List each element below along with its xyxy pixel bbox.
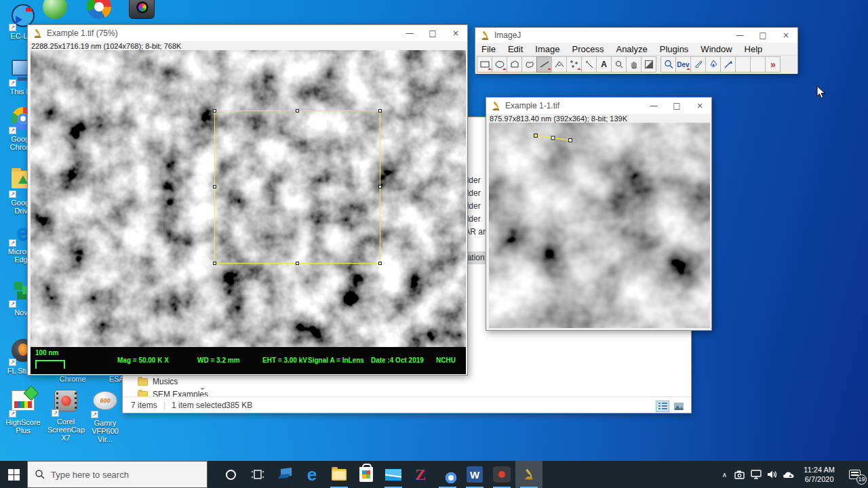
dev-tool[interactable]: Dev	[675, 56, 691, 73]
shortcut-arrow-icon: ↗	[52, 409, 59, 417]
menu-process[interactable]: Process	[566, 44, 610, 54]
taskbar-imagej-active[interactable]	[515, 461, 542, 488]
minimize-button[interactable]: —	[642, 98, 665, 114]
taskbar-clock[interactable]: 11:24 AM 6/7/2020	[797, 465, 841, 484]
folder-icon	[138, 378, 148, 386]
title-bar[interactable]: Example 1-1.tif — □ ×	[486, 98, 711, 114]
menu-help[interactable]: Help	[738, 44, 769, 54]
edge-icon: e	[307, 466, 317, 483]
line-handle[interactable]	[569, 139, 572, 142]
selection-handle[interactable]	[378, 262, 382, 265]
line-handle[interactable]	[551, 136, 555, 140]
angle-tool[interactable]	[551, 56, 567, 73]
selection-handle[interactable]	[378, 109, 382, 113]
hand-tool[interactable]	[626, 56, 642, 73]
color-picker-tool[interactable]	[641, 56, 656, 73]
maximize-button[interactable]: □	[751, 28, 774, 43]
sem-image-canvas[interactable]: 100 nm Mag = 50.00 K X WD = 3.2 mm EHT =…	[31, 50, 466, 374]
taskbar-search[interactable]: Type here to search	[27, 461, 208, 488]
desktop-icon-corel-draw[interactable]	[81, 0, 118, 20]
desktop-icon-green-app[interactable]	[37, 0, 74, 20]
desktop-icon-video-app[interactable]	[123, 0, 160, 20]
cortana-icon	[226, 470, 236, 480]
taskbar-pc-app[interactable]	[271, 461, 298, 488]
close-button[interactable]: ×	[444, 25, 467, 41]
action-center-button[interactable]: 19	[841, 461, 868, 488]
selection-handle[interactable]	[213, 109, 216, 113]
thumbnail-view-button[interactable]	[672, 401, 686, 412]
imagej-microscope-icon	[480, 30, 490, 41]
title-bar[interactable]: ImageJ — □ ×	[475, 28, 797, 43]
wand-tool[interactable]	[581, 56, 597, 73]
screencap-icon	[54, 390, 77, 411]
selection-handle[interactable]	[296, 262, 299, 265]
magnifier-macro-tool[interactable]	[660, 56, 676, 73]
line-handle[interactable]	[534, 134, 538, 138]
empty-tool-slot[interactable]	[735, 56, 751, 73]
selection-rectangle[interactable]	[214, 110, 380, 264]
title-bar[interactable]: Example 1.tif (75%) — □ ×	[28, 25, 467, 41]
close-button[interactable]: ×	[774, 28, 797, 43]
desktop-icon-highscore[interactable]: ↗ HighScore Plus	[5, 388, 41, 434]
empty-tool-slot[interactable]	[750, 56, 766, 73]
selection-handle[interactable]	[296, 109, 299, 113]
tray-camera-icon[interactable]	[732, 461, 749, 488]
minimize-button[interactable]: —	[398, 25, 421, 41]
desktop-icon-gamry[interactable]: ↗ Gamry VFP600 Vir...	[87, 388, 123, 443]
menu-window[interactable]: Window	[694, 44, 738, 54]
menu-analyze[interactable]: Analyze	[610, 44, 653, 54]
shortcut-arrow-icon: ↗	[91, 411, 98, 418]
rectangle-tool[interactable]	[477, 56, 492, 73]
arrow-tool[interactable]	[720, 56, 736, 73]
line-tool-selected[interactable]	[536, 56, 552, 73]
flood-fill-tool[interactable]	[705, 56, 721, 73]
polygon-tool[interactable]	[507, 56, 522, 73]
desktop-icon-label: Chrome	[53, 375, 92, 383]
scale-bar-bracket	[35, 360, 65, 369]
tray-chevron-up-icon[interactable]: ∧	[716, 461, 732, 488]
selection-handle[interactable]	[378, 185, 382, 188]
brush-tool[interactable]	[690, 56, 706, 73]
nav-item-musics[interactable]: Musics	[138, 377, 178, 386]
tray-onedrive-icon[interactable]	[781, 461, 797, 488]
taskbar-zotero[interactable]: Z	[407, 461, 434, 488]
taskbar-mail[interactable]	[380, 461, 407, 488]
taskbar-word[interactable]: W	[461, 461, 488, 488]
menu-file[interactable]: File	[475, 44, 502, 54]
file-explorer-icon	[332, 469, 347, 481]
divider: |	[163, 401, 165, 410]
more-tools-button[interactable]: »	[765, 56, 781, 73]
text-tool[interactable]: A	[596, 56, 612, 73]
taskbar-explorer[interactable]	[326, 461, 353, 488]
camera-icon	[129, 0, 155, 19]
cortana-button[interactable]	[217, 461, 244, 488]
sem-image-canvas[interactable]	[489, 123, 710, 328]
freehand-tool[interactable]	[521, 56, 537, 73]
minimize-button[interactable]: —	[728, 28, 751, 43]
tray-volume-icon[interactable]	[765, 461, 781, 488]
oval-tool[interactable]	[492, 56, 507, 73]
chevron-down-icon[interactable]: ⌄	[199, 382, 206, 392]
maximize-button[interactable]: □	[421, 25, 444, 41]
maximize-button[interactable]: □	[665, 98, 688, 114]
line-selection[interactable]	[528, 129, 623, 157]
tray-network-icon[interactable]	[749, 461, 765, 488]
zoom-tool[interactable]	[611, 56, 627, 73]
selection-handle[interactable]	[213, 185, 216, 188]
sem-lab: NCHU	[436, 357, 456, 364]
point-tool[interactable]	[566, 56, 582, 73]
taskbar-store[interactable]	[353, 461, 380, 488]
menu-image[interactable]: Image	[529, 44, 566, 54]
taskbar-chrome[interactable]	[434, 461, 461, 488]
details-view-button[interactable]	[656, 401, 669, 412]
selection-handle[interactable]	[213, 262, 216, 265]
start-button[interactable]	[0, 461, 27, 488]
task-view-button[interactable]	[244, 461, 271, 488]
image-window-example1: Example 1.tif (75%) — □ × 2288.25x1716.1…	[27, 24, 468, 375]
taskbar-edge[interactable]: e	[298, 461, 326, 488]
menu-edit[interactable]: Edit	[502, 44, 529, 54]
desktop-icon-corel-screencap[interactable]: ↗ Corel ScreenCap X7	[47, 388, 84, 442]
taskbar-recorder[interactable]	[488, 461, 515, 488]
menu-plugins[interactable]: Plugins	[654, 44, 695, 54]
close-button[interactable]: ×	[688, 98, 711, 114]
